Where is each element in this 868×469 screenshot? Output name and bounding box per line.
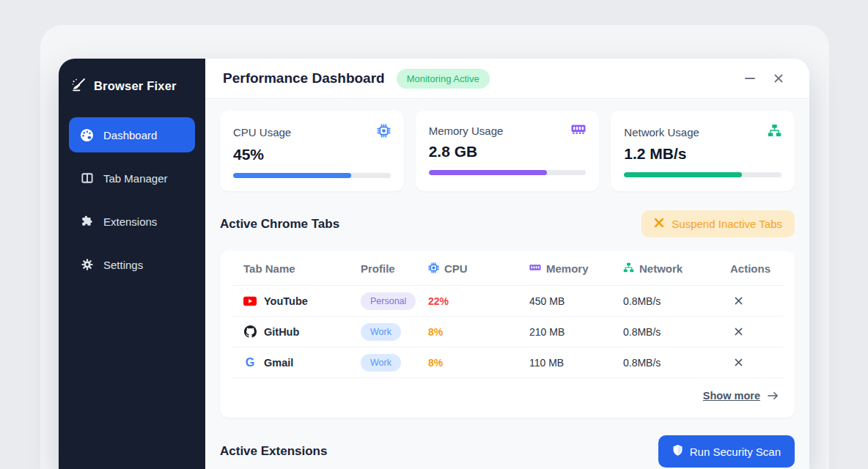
close-tab-button[interactable] (726, 358, 783, 366)
sidebar-item-dashboard[interactable]: Dashboard (69, 117, 195, 152)
extensions-section-title: Active Extensions (220, 444, 327, 459)
ram-icon (571, 124, 586, 138)
memory-progress-fill (429, 170, 547, 175)
sidebar-item-tab-manager[interactable]: Tab Manager (69, 160, 195, 196)
stat-label: Memory Usage (429, 125, 504, 137)
sidebar-item-label: Dashboard (103, 129, 157, 141)
app-logo-row: Browser Fixer (59, 59, 205, 110)
dashboard-gauge-icon (80, 128, 94, 142)
show-more-link[interactable]: Show more (703, 390, 760, 402)
memory-usage-card: Memory Usage (416, 111, 600, 191)
extensions-section-header: Active Extensions Run Security Scan (220, 435, 795, 468)
youtube-icon (243, 296, 257, 306)
dashboard-content: CPU Usage 45% (205, 99, 809, 468)
memory-cell: 110 MB (529, 357, 623, 369)
table-footer: Show more (232, 378, 783, 413)
minimize-button[interactable] (745, 78, 755, 80)
tab-name-cell: G Gmail (232, 356, 361, 369)
memory-cell: 450 MB (529, 295, 623, 307)
sidebar-item-settings[interactable]: Settings (69, 247, 195, 282)
col-header-cpu: CPU (428, 262, 529, 276)
cpu-chip-icon (428, 262, 439, 276)
table-row-youtube: YouTube Personal 22% 450 MB 0.8MB/s (232, 286, 783, 317)
tab-name-cell: YouTube (232, 295, 361, 307)
table-row-gmail: G Gmail Work 8% 110 MB 0.8MB/s (232, 347, 783, 378)
table-header-row: Tab Name Profile (232, 252, 783, 286)
app-window: Browser Fixer Dashbo (59, 59, 809, 469)
puzzle-icon (80, 215, 94, 228)
memory-progress-track (429, 170, 586, 175)
sidebar-item-label: Extensions (103, 215, 157, 228)
window-controls (745, 74, 783, 83)
close-tab-button[interactable] (726, 328, 783, 336)
titlebar: Performance Dashboard Monitoring Active (205, 59, 809, 99)
run-security-scan-button[interactable]: Run Security Scan (658, 435, 795, 468)
suspend-inactive-tabs-button[interactable]: Suspend Inactive Tabs (641, 210, 795, 237)
col-header-actions: Actions (726, 262, 783, 275)
close-button[interactable] (774, 74, 783, 83)
gmail-icon: G (243, 356, 257, 369)
ram-icon (529, 262, 541, 275)
network-usage-card: Network Usage (611, 111, 795, 191)
profile-cell: Personal (361, 292, 428, 310)
table-row-github: GitHub Work 8% 210 MB 0.8MB/s (232, 317, 783, 347)
col-header-network: Network (623, 262, 726, 275)
network-icon (623, 262, 634, 275)
sidebar-nav: Dashboard Tab Manager Extensions (59, 110, 205, 289)
memory-cell: 210 MB (529, 326, 623, 338)
cpu-cell: 8% (428, 326, 529, 338)
memory-usage-value: 2.8 GB (429, 143, 586, 160)
cpu-cell: 22% (428, 295, 529, 307)
columns-icon (80, 171, 94, 185)
tabs-table: Tab Name Profile (220, 251, 795, 418)
suspend-button-label: Suspend Inactive Tabs (672, 218, 782, 230)
shield-icon (672, 444, 683, 459)
scan-button-label: Run Security Scan (690, 446, 781, 458)
network-icon (768, 124, 781, 140)
gear-icon (80, 258, 94, 271)
network-cell: 0.8MB/s (623, 326, 726, 338)
sidebar-item-extensions[interactable]: Extensions (69, 204, 195, 239)
col-header-profile: Profile (361, 262, 428, 275)
cpu-cell: 8% (428, 357, 529, 369)
profile-cell: Work (361, 354, 428, 372)
arrow-right-icon[interactable] (768, 391, 779, 400)
profile-badge: Personal (361, 292, 416, 310)
sidebar: Browser Fixer Dashbo (59, 59, 205, 469)
broom-logo-icon (70, 76, 87, 95)
col-header-tab-name: Tab Name (232, 262, 361, 275)
network-cell: 0.8MB/s (623, 357, 726, 369)
stat-label: CPU Usage (233, 126, 291, 139)
monitoring-status-badge: Monitoring Active (397, 69, 490, 89)
network-progress-fill (624, 172, 742, 177)
profile-badge: Work (361, 354, 401, 372)
cpu-usage-card: CPU Usage 45% (220, 111, 404, 191)
app-name: Browser Fixer (94, 79, 177, 93)
close-tab-button[interactable] (726, 297, 783, 305)
stats-row: CPU Usage 45% (220, 111, 795, 191)
sidebar-item-label: Settings (103, 259, 143, 271)
cpu-chip-icon (377, 124, 391, 141)
github-icon (243, 325, 257, 338)
network-progress-track (624, 172, 781, 177)
network-cell: 0.8MB/s (623, 295, 726, 307)
cpu-progress-fill (233, 173, 351, 178)
page-title: Performance Dashboard (223, 70, 385, 86)
profile-badge: Work (361, 323, 401, 341)
cpu-progress-track (233, 173, 391, 178)
tabs-section-header: Active Chrome Tabs Suspend Inactive Tabs (220, 210, 795, 237)
tab-name-cell: GitHub (232, 325, 361, 338)
col-header-memory: Memory (529, 262, 623, 275)
network-usage-value: 1.2 MB/s (624, 145, 781, 163)
profile-cell: Work (361, 323, 428, 341)
sidebar-item-label: Tab Manager (103, 172, 168, 185)
tabs-section-title: Active Chrome Tabs (220, 217, 339, 232)
cpu-usage-value: 45% (233, 146, 391, 163)
suspend-x-icon (654, 218, 664, 230)
stat-label: Network Usage (624, 126, 699, 139)
main-panel: Performance Dashboard Monitoring Active … (205, 59, 809, 469)
